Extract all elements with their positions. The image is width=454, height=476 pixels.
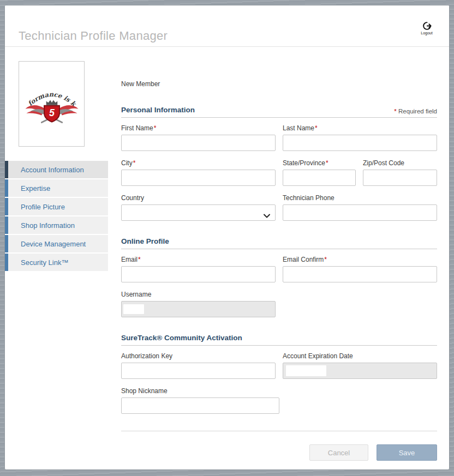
city-input[interactable] (121, 170, 276, 186)
field-email-confirm: Email Confirm* (283, 256, 437, 282)
nav-item-label: Device Management (21, 240, 86, 248)
account-expiration-date-label: Account Expiration Date (283, 352, 437, 360)
authorization-key-input[interactable] (121, 363, 276, 379)
nav-accent-bar (5, 235, 8, 252)
nav-accent-bar (5, 254, 8, 271)
nav-accent-bar (5, 198, 8, 215)
sidebar-nav: Account Information Expertise Profile Pi… (5, 161, 114, 271)
field-last-name: Last Name* (283, 124, 437, 151)
section-title: Personal Information (121, 106, 195, 115)
nav-item-label: Security Link™ (21, 258, 68, 267)
field-zip-post-code: Zip/Post Code (363, 159, 437, 186)
app-header: Technician Profile Manager Logout (5, 5, 449, 47)
app-card: Technician Profile Manager Logout perfor… (4, 5, 450, 470)
logout-icon (416, 21, 438, 31)
email-confirm-label: Email Confirm* (283, 256, 437, 264)
logo-number: 5 (49, 107, 55, 118)
email-confirm-input[interactable] (283, 266, 437, 282)
country-label: Country (121, 194, 276, 202)
first-name-input[interactable] (121, 135, 276, 151)
nav-accent-bar (5, 216, 8, 234)
shop-nickname-label: Shop Nickname (121, 387, 279, 395)
form-row: First Name* Last Name* (121, 124, 437, 151)
sidebar-item-account-information[interactable]: Account Information (5, 161, 108, 178)
field-username: Username (121, 291, 276, 317)
sidebar: performance is king 5 Account Informatio… (5, 47, 114, 469)
main-content: New Member Personal Information * Requir… (121, 47, 437, 461)
cancel-button[interactable]: Cancel (309, 444, 368, 461)
required-field-note: * Required field (393, 108, 437, 115)
form-row: City* State/Province* Zip/Post Code (121, 159, 437, 186)
expiration-input-wrapper (283, 363, 437, 379)
field-account-expiration-date: Account Expiration Date (283, 352, 437, 379)
form-row: Username (121, 291, 437, 317)
section-title: Online Profile (121, 237, 169, 246)
sidebar-item-shop-information[interactable]: Shop Information (5, 216, 108, 234)
field-technician-phone: Technician Phone (283, 194, 437, 221)
technician-phone-label: Technician Phone (283, 194, 437, 202)
required-asterisk: * (394, 108, 396, 115)
sidebar-item-expertise[interactable]: Expertise (5, 179, 108, 197)
state-province-input[interactable] (283, 170, 356, 186)
nav-item-label: Account Information (21, 166, 84, 174)
nav-item-label: Shop Information (21, 221, 75, 230)
logout-label: Logout (416, 31, 438, 35)
page-title: Technician Profile Manager (19, 29, 168, 43)
redaction-patch (123, 304, 144, 314)
sidebar-item-security-link[interactable]: Security Link™ (5, 254, 108, 271)
section-header-online-profile: Online Profile (121, 237, 437, 249)
logout-button[interactable]: Logout (416, 21, 438, 35)
country-select-wrapper (121, 204, 276, 221)
username-input-wrapper (121, 301, 276, 317)
brand-logo-icon: performance is king 5 (21, 78, 82, 130)
field-first-name: First Name* (121, 124, 276, 151)
sidebar-item-device-management[interactable]: Device Management (5, 235, 108, 252)
form-row: Authorization Key Account Expiration Dat… (121, 352, 437, 379)
last-name-input[interactable] (283, 135, 437, 151)
section-header-personal-information: Personal Information * Required field (121, 106, 437, 118)
profile-photo-box: performance is king 5 (19, 61, 85, 147)
field-country: Country (121, 194, 276, 221)
zip-post-code-input[interactable] (363, 170, 437, 186)
city-label: City* (121, 159, 276, 167)
form-row: Email* Email Confirm* (121, 256, 437, 282)
nav-item-label: Expertise (21, 184, 50, 192)
logo-crown (46, 100, 57, 105)
field-city: City* (121, 159, 276, 186)
footer-divider (121, 431, 437, 431)
form-row: Shop Nickname (121, 387, 437, 414)
sidebar-item-profile-picture[interactable]: Profile Picture (5, 198, 108, 215)
nav-item-label: Profile Picture (21, 203, 65, 211)
field-shop-nickname: Shop Nickname (121, 387, 279, 414)
shop-nickname-input[interactable] (121, 397, 279, 414)
section-title: SureTrack® Community Activation (121, 334, 242, 342)
save-button[interactable]: Save (377, 444, 437, 461)
field-email: Email* (121, 256, 276, 282)
username-input (121, 301, 276, 317)
zip-post-code-label: Zip/Post Code (363, 159, 437, 167)
email-label: Email* (121, 256, 276, 264)
username-label: Username (121, 291, 276, 299)
technician-phone-input[interactable] (283, 204, 437, 221)
footer-buttons: Cancel Save (121, 444, 437, 461)
authorization-key-label: Authorization Key (121, 352, 276, 360)
email-input[interactable] (121, 266, 276, 282)
member-status: New Member (121, 80, 437, 88)
page-background: { "header": { "title": "Technician Profi… (0, 0, 454, 476)
section-header-suretrack: SureTrack® Community Activation (121, 334, 437, 346)
field-state-province: State/Province* (283, 159, 356, 186)
state-province-label: State/Province* (283, 159, 356, 167)
nav-accent-bar (5, 179, 8, 197)
form-row: Country Technician Phone (121, 194, 437, 221)
nav-accent-bar (5, 161, 8, 178)
country-select[interactable] (121, 204, 276, 221)
last-name-label: Last Name* (283, 124, 437, 132)
field-authorization-key: Authorization Key (121, 352, 276, 379)
redaction-patch (286, 365, 326, 376)
first-name-label: First Name* (121, 124, 276, 132)
